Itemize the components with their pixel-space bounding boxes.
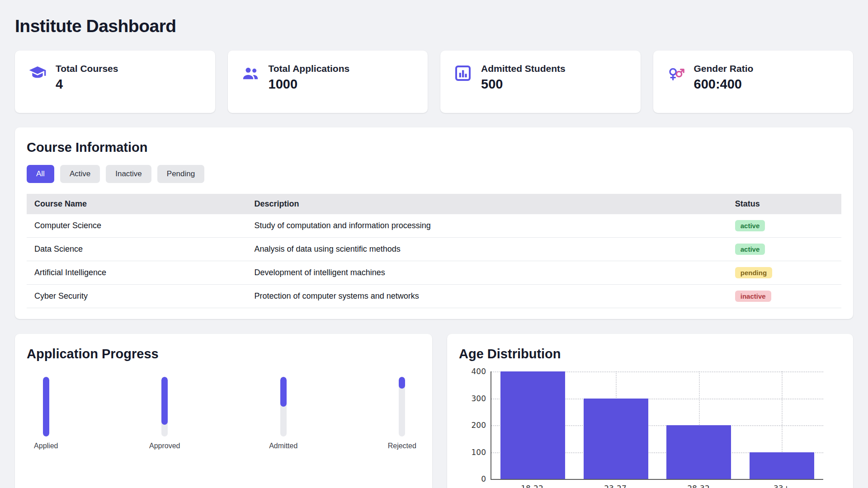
table-row: Computer Science Study of computation an… (27, 214, 841, 238)
y-tick-label: 200 (472, 421, 486, 430)
filter-button-pending[interactable]: Pending (157, 165, 204, 183)
status-badge: active (735, 244, 765, 255)
progress-bar-fill (43, 377, 49, 436)
y-tick-label: 300 (472, 394, 486, 403)
y-tick-label: 0 (481, 474, 486, 483)
course-status-cell: active (727, 238, 841, 261)
status-badge: active (735, 220, 765, 231)
stat-label: Gender Ratio (694, 63, 754, 74)
stat-label: Total Courses (56, 63, 118, 74)
status-badge: inactive (735, 291, 771, 302)
progress-label: Rejected (388, 442, 416, 450)
course-status-cell: pending (727, 261, 841, 285)
course-name-cell: Data Science (27, 238, 247, 261)
table-row: Data Science Analysis of data using scie… (27, 238, 841, 261)
chart-bar-28-32 (666, 425, 731, 479)
course-description-cell: Study of computation and information pro… (247, 214, 727, 238)
age-distribution-chart: 0100200300400 18-2223-2728-3233+ value (459, 371, 841, 488)
x-tick-label: 18-22 (491, 484, 574, 488)
course-name-cell: Artificial Intelligence (27, 261, 247, 285)
table-row: Artificial Intelligence Development of i… (27, 261, 841, 285)
course-description-cell: Analysis of data using scientific method… (247, 238, 727, 261)
application-progress-card: Application Progress Applied Approved Ad… (15, 334, 432, 488)
stat-value: 4 (56, 77, 118, 92)
progress-bar-fill (161, 377, 168, 425)
graduation-cap-icon (28, 64, 47, 82)
chart-bar-18-22 (500, 371, 565, 479)
filter-button-all[interactable]: All (27, 165, 54, 183)
progress-item-rejected: Rejected (384, 377, 421, 450)
progress-label: Applied (34, 442, 58, 450)
stat-text: Gender Ratio 600:400 (694, 63, 754, 92)
gender-icon (667, 64, 686, 82)
chart-plot-area: 0100200300400 (491, 371, 823, 480)
course-table-body: Computer Science Study of computation an… (27, 214, 841, 308)
course-table: Course NameDescriptionStatus Computer Sc… (27, 194, 841, 308)
column-header-course-name: Course Name (27, 194, 247, 214)
x-tick-label: 33+ (740, 484, 823, 488)
course-table-header-row: Course NameDescriptionStatus (27, 194, 841, 214)
progress-bar-fill (399, 377, 405, 389)
progress-item-applied: Applied (28, 377, 65, 450)
progress-bar (399, 377, 405, 436)
x-tick-label: 23-27 (574, 484, 657, 488)
progress-bar (161, 377, 168, 436)
application-progress-title: Application Progress (27, 347, 420, 361)
filter-button-inactive[interactable]: Inactive (106, 165, 151, 183)
course-name-cell: Cyber Security (27, 285, 247, 308)
progress-bar-fill (280, 377, 287, 407)
course-information-title: Course Information (27, 140, 841, 155)
progress-label: Approved (149, 442, 180, 450)
stat-value: 1000 (269, 77, 350, 92)
y-tick-label: 100 (472, 448, 486, 457)
table-row: Cyber Security Protection of computer sy… (27, 285, 841, 308)
column-header-status: Status (727, 194, 841, 214)
stat-label: Total Applications (269, 63, 350, 74)
dashboard-page: Institute Dashboard Total Courses 4 Tota… (0, 0, 868, 488)
progress-row: Applied Approved Admitted Rejected (27, 377, 420, 450)
status-badge: pending (735, 267, 772, 278)
course-status-cell: active (727, 214, 841, 238)
progress-label: Admitted (269, 442, 297, 450)
stat-text: Total Courses 4 (56, 63, 118, 92)
page-title: Institute Dashboard (15, 16, 853, 36)
bar-chart-icon (454, 64, 473, 82)
stat-card: Gender Ratio 600:400 (653, 51, 854, 113)
progress-item-admitted: Admitted (265, 377, 302, 450)
column-header-description: Description (247, 194, 727, 214)
x-tick-label: 28-32 (657, 484, 740, 488)
stat-label: Admitted Students (481, 63, 566, 74)
chart-bar-33+ (750, 452, 814, 479)
progress-bar (43, 377, 49, 436)
stat-value: 500 (481, 77, 566, 92)
course-description-cell: Protection of computer systems and netwo… (247, 285, 727, 308)
filter-button-active[interactable]: Active (60, 165, 100, 183)
chart-bar-23-27 (584, 399, 648, 479)
course-name-cell: Computer Science (27, 214, 247, 238)
users-icon (241, 64, 260, 82)
course-description-cell: Development of intelligent machines (247, 261, 727, 285)
bottom-row: Application Progress Applied Approved Ad… (15, 334, 853, 488)
stat-card: Total Courses 4 (15, 51, 215, 113)
course-information-card: Course Information AllActiveInactivePend… (15, 127, 853, 319)
progress-bar (280, 377, 287, 436)
age-distribution-card: Age Distribution 0100200300400 18-2223-2… (447, 334, 853, 488)
y-tick-label: 400 (472, 367, 486, 376)
age-distribution-title: Age Distribution (459, 347, 841, 361)
progress-item-approved: Approved (146, 377, 184, 450)
stats-row: Total Courses 4 Total Applications 1000 … (15, 51, 853, 113)
stat-text: Total Applications 1000 (269, 63, 350, 92)
course-filter-group: AllActiveInactivePending (27, 165, 841, 183)
chart-x-axis: 18-2223-2728-3233+ (491, 484, 823, 488)
stat-value: 600:400 (694, 77, 754, 92)
course-status-cell: inactive (727, 285, 841, 308)
stat-card: Total Applications 1000 (228, 51, 428, 113)
stat-card: Admitted Students 500 (440, 51, 641, 113)
stat-text: Admitted Students 500 (481, 63, 566, 92)
